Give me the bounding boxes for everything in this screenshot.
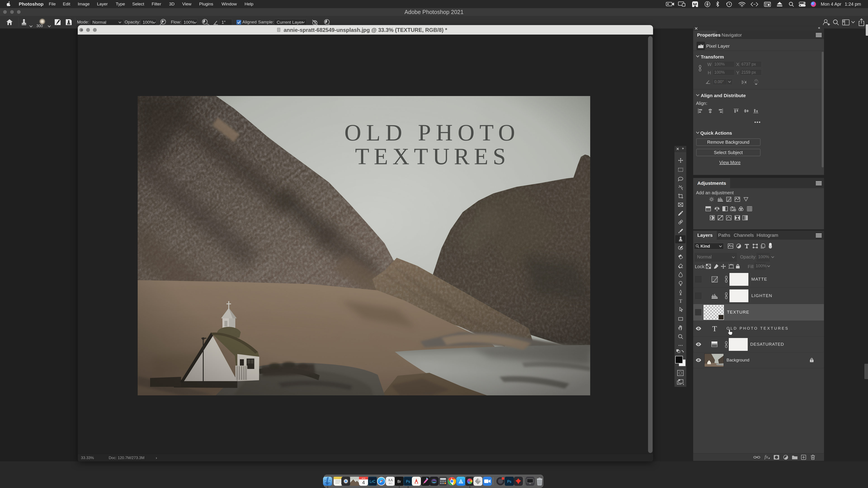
svg-text:AA: AA [388,478,393,482]
svg-text:APR: APR [362,477,366,480]
svg-text:T: T [679,298,682,304]
svg-text:Ps: Ps [406,480,410,484]
svg-text:AG: AG [389,482,392,485]
svg-text:Br: Br [397,480,401,484]
svg-text:4: 4 [362,480,365,485]
svg-text:Ps: Ps [507,480,512,484]
svg-text:LrC: LrC [370,480,375,484]
